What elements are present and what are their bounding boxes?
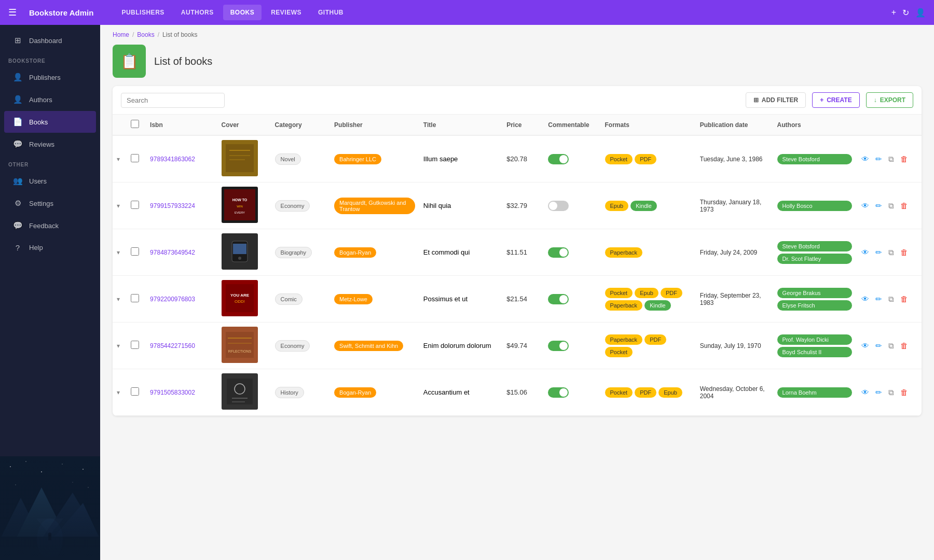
sidebar-item-users[interactable]: 👥 Users <box>4 170 96 192</box>
sidebar-item-books[interactable]: 📄 Books <box>4 111 96 133</box>
commentable-cell <box>544 229 600 276</box>
delete-icon[interactable]: 🗑 <box>899 247 909 258</box>
delete-icon[interactable]: 🗑 <box>899 293 909 304</box>
sidebar-item-settings[interactable]: ⚙ Settings <box>4 192 96 214</box>
copy-icon[interactable]: ⧉ <box>887 153 895 165</box>
sidebar-item-label: Dashboard <box>29 37 62 45</box>
row-select-checkbox[interactable] <box>131 341 139 349</box>
isbn-link[interactable]: 9789341863062 <box>150 156 195 163</box>
author-badge: George Brakus <box>777 288 852 298</box>
col-commentable-header: Commentable <box>544 115 600 135</box>
row-select-checkbox[interactable] <box>131 154 139 162</box>
authors-icon: 👤 <box>12 95 23 104</box>
svg-text:YOU ARE: YOU ARE <box>230 293 249 298</box>
edit-icon[interactable]: ✏ <box>874 293 883 305</box>
svg-rect-14 <box>0 537 100 560</box>
category-cell: History <box>271 369 331 416</box>
delete-icon[interactable]: 🗑 <box>899 153 909 164</box>
commentable-toggle[interactable] <box>548 154 569 164</box>
expand-chevron-icon[interactable]: ▾ <box>117 342 120 349</box>
edit-icon[interactable]: ✏ <box>874 200 883 212</box>
expand-chevron-icon[interactable]: ▾ <box>117 296 120 303</box>
sidebar-item-help[interactable]: ? Help <box>4 237 96 258</box>
view-icon[interactable]: 👁 <box>860 200 870 211</box>
nav-books[interactable]: BOOKS <box>223 5 262 20</box>
copy-icon[interactable]: ⧉ <box>887 247 895 258</box>
row-expand[interactable]: ▾ <box>113 229 127 276</box>
add-filter-button[interactable]: ⊞ ADD FILTER <box>746 92 806 108</box>
commentable-toggle[interactable] <box>548 341 569 351</box>
select-all-checkbox[interactable] <box>131 120 139 128</box>
delete-icon[interactable]: 🗑 <box>899 387 909 398</box>
sidebar-item-reviews[interactable]: 💬 Reviews <box>4 133 96 155</box>
row-select-checkbox[interactable] <box>131 387 139 396</box>
row-select-checkbox[interactable] <box>131 201 139 209</box>
category-badge: Comic <box>275 293 303 305</box>
copy-icon[interactable]: ⧉ <box>887 340 895 352</box>
authors-cell: Steve Botsford <box>773 135 856 183</box>
refresh-icon[interactable]: ↻ <box>902 8 909 18</box>
copy-icon[interactable]: ⧉ <box>887 200 895 212</box>
search-input[interactable] <box>121 93 225 108</box>
commentable-toggle[interactable] <box>548 201 569 211</box>
sidebar-item-publishers[interactable]: 👤 Publishers <box>4 66 96 88</box>
category-badge: History <box>275 387 304 398</box>
expand-chevron-icon[interactable]: ▾ <box>117 389 120 396</box>
row-select-checkbox[interactable] <box>131 247 139 256</box>
formats-cell: PocketPDFEpub <box>601 369 696 416</box>
row-expand[interactable]: ▾ <box>113 276 127 323</box>
col-formats-header: Formats <box>601 115 696 135</box>
nav-authors[interactable]: AUTHORS <box>174 5 221 20</box>
copy-icon[interactable]: ⧉ <box>887 293 895 305</box>
sidebar-books-label: Books <box>29 118 48 126</box>
breadcrumb-books[interactable]: Books <box>137 31 154 38</box>
expand-chevron-icon[interactable]: ▾ <box>117 156 120 163</box>
delete-icon[interactable]: 🗑 <box>899 200 909 211</box>
sidebar-item-feedback[interactable]: 💬 Feedback <box>4 215 96 236</box>
formats-cell: EpubKindle <box>601 183 696 229</box>
add-icon[interactable]: + <box>891 8 896 17</box>
nav-publishers[interactable]: PUBLISHERS <box>114 5 171 20</box>
dashboard-icon: ⊞ <box>12 36 23 45</box>
row-expand[interactable]: ▾ <box>113 183 127 229</box>
view-icon[interactable]: 👁 <box>860 153 870 164</box>
sidebar-item-dashboard[interactable]: ⊞ Dashboard <box>4 30 96 51</box>
isbn-link[interactable]: 9791505833002 <box>150 389 195 396</box>
create-button[interactable]: + CREATE <box>812 92 859 108</box>
commentable-toggle[interactable] <box>548 247 569 258</box>
edit-icon[interactable]: ✏ <box>874 247 883 258</box>
svg-point-8 <box>88 487 88 487</box>
category-badge: Economy <box>275 340 310 352</box>
breadcrumb-home[interactable]: Home <box>113 31 129 38</box>
sidebar-item-authors[interactable]: 👤 Authors <box>4 89 96 110</box>
isbn-link[interactable]: 9785442271560 <box>150 342 195 349</box>
commentable-toggle[interactable] <box>548 294 569 304</box>
row-expand[interactable]: ▾ <box>113 323 127 369</box>
view-icon[interactable]: 👁 <box>860 340 870 351</box>
view-icon[interactable]: 👁 <box>860 293 870 304</box>
isbn-link[interactable]: 9792200976803 <box>150 296 195 303</box>
expand-chevron-icon[interactable]: ▾ <box>117 249 120 256</box>
edit-icon[interactable]: ✏ <box>874 387 883 398</box>
row-expand[interactable]: ▾ <box>113 135 127 183</box>
copy-icon[interactable]: ⧉ <box>887 387 895 398</box>
row-expand[interactable]: ▾ <box>113 369 127 416</box>
expand-chevron-icon[interactable]: ▾ <box>117 202 120 209</box>
view-icon[interactable]: 👁 <box>860 387 870 398</box>
user-icon[interactable]: 👤 <box>915 8 926 18</box>
svg-point-3 <box>41 471 42 472</box>
isbn-link[interactable]: 9799157933224 <box>150 202 195 209</box>
table-toolbar: ⊞ ADD FILTER + CREATE ↓ EXPORT <box>113 86 922 115</box>
edit-icon[interactable]: ✏ <box>874 153 883 165</box>
publisher-badge: Marquardt, Gutkowski and Trantow <box>334 198 415 214</box>
row-select-checkbox[interactable] <box>131 294 139 302</box>
nav-reviews[interactable]: REVIEWS <box>264 5 309 20</box>
export-button[interactable]: ↓ EXPORT <box>866 92 913 108</box>
hamburger-icon[interactable]: ☰ <box>8 7 17 18</box>
isbn-link[interactable]: 9784873649542 <box>150 249 195 256</box>
delete-icon[interactable]: 🗑 <box>899 340 909 351</box>
view-icon[interactable]: 👁 <box>860 247 870 258</box>
nav-github[interactable]: GITHUB <box>311 5 351 20</box>
commentable-toggle[interactable] <box>548 387 569 398</box>
edit-icon[interactable]: ✏ <box>874 340 883 352</box>
